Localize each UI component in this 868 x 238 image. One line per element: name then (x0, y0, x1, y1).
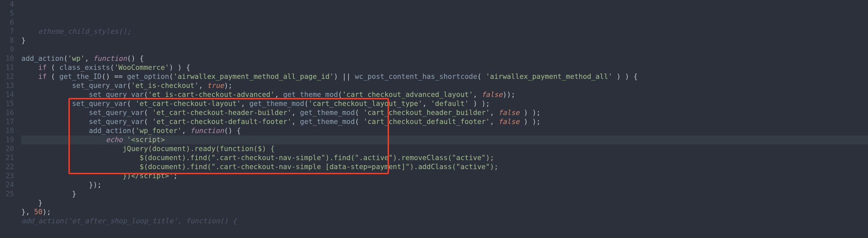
line-number: 4 (0, 0, 19, 9)
token: } (21, 36, 26, 45)
code-line[interactable]: } (21, 189, 868, 199)
token: ) ); (520, 118, 540, 126)
token: etheme_child_styles(); (21, 27, 131, 35)
token: set_query_var (72, 100, 127, 108)
token: , (422, 100, 431, 108)
token: , (473, 90, 482, 99)
code-line[interactable]: set_query_var( 'et_cart-checkout-default… (21, 117, 868, 126)
token (21, 127, 89, 135)
line-number: 15 (0, 99, 19, 108)
token: function (190, 127, 224, 135)
token: 'wp' (68, 54, 85, 62)
token: class_exists (59, 63, 110, 72)
token: , (85, 54, 93, 62)
token: $(document).find(".cart-checkout-nav-sim… (21, 163, 498, 171)
code-line[interactable]: add_action('wp_footer', function() { (21, 126, 868, 135)
code-line[interactable]: if ( class_exists('WooCommerce') ) { (21, 63, 868, 72)
token: ); (224, 82, 232, 89)
token: 'airwallex_payment_method_all' (486, 73, 612, 81)
token: 'cart_checkout_header_builder' (363, 109, 490, 117)
token: , (490, 109, 498, 117)
token: , (291, 118, 300, 126)
token: ( (477, 73, 486, 81)
token: { (186, 63, 190, 72)
line-number: 9 (0, 45, 19, 54)
token: == (114, 73, 123, 81)
code-line[interactable]: } (21, 36, 868, 45)
token: } (72, 190, 76, 198)
token (21, 90, 89, 99)
token: 'et_is-cart-checkout-advanced' (148, 90, 274, 99)
code-line[interactable]: add_action('wp', function() { (21, 54, 868, 63)
token: () (127, 54, 140, 62)
code-line[interactable]: $(document).find(".cart-checkout-nav-sim… (21, 153, 868, 162)
token: add_action (21, 54, 63, 62)
token (21, 109, 89, 117)
token: ( (144, 118, 152, 126)
token: , (241, 100, 249, 108)
token: () (224, 127, 237, 135)
token: ) ); (520, 109, 540, 117)
token: get_theme_mod (300, 118, 355, 126)
token: , (199, 82, 207, 89)
code-line[interactable]: set_query_var('et_is-checkout', true); (21, 81, 868, 90)
token (21, 100, 72, 108)
token: })</script>' (21, 172, 173, 180)
code-line[interactable]: })</script>'; (21, 171, 868, 181)
token: , (490, 118, 498, 126)
line-number: 23 (0, 171, 19, 181)
token: 50 (34, 208, 42, 216)
token: ( (47, 63, 59, 72)
token: ( (355, 118, 363, 126)
code-line[interactable]: set_query_var('et_is-cart-checkout-advan… (21, 90, 868, 99)
code-line[interactable]: echo '<script> (21, 135, 868, 144)
code-line[interactable] (21, 45, 868, 54)
token: get_the_ID (59, 73, 101, 81)
token (123, 73, 127, 81)
token (21, 181, 89, 189)
token: 'cart_checkout_layout_type' (308, 100, 422, 108)
code-line[interactable]: if ( get_the_ID() == get_option('airwall… (21, 72, 868, 81)
token: || (342, 73, 350, 81)
token: { (237, 127, 241, 135)
line-number: 8 (0, 36, 19, 45)
code-editor[interactable]: 45678910111213141516171819202122232425 e… (0, 0, 868, 238)
token: 'WooCommerce' (114, 63, 169, 72)
code-line[interactable]: }, 50); (21, 208, 868, 217)
token: add_action('et_after_shop_loop_title', f… (21, 217, 237, 225)
code-line[interactable]: add_action('et_after_shop_loop_title', f… (21, 217, 868, 226)
token (21, 118, 89, 126)
token: 'airwallex_payment_method_all_page_id' (173, 73, 334, 81)
line-number: 17 (0, 117, 19, 126)
token: 'default' (431, 100, 469, 108)
token: ; (173, 172, 178, 180)
token: false (498, 118, 520, 126)
code-line[interactable]: set_query_var( 'et_cart-checkout-layout'… (21, 99, 868, 108)
token: $(document).find(".cart-checkout-nav-sim… (21, 154, 494, 162)
token: jQuery(document).ready(function($) { (21, 145, 275, 153)
token: ) ); (469, 100, 490, 108)
token: get_theme_mod (249, 100, 304, 108)
token (21, 190, 72, 198)
code-line[interactable]: etheme_child_styles(); (21, 27, 868, 36)
line-number: 7 (0, 27, 19, 36)
code-line[interactable]: } (21, 199, 868, 208)
token: ) (334, 73, 342, 81)
line-number: 14 (0, 90, 19, 99)
token: false (498, 109, 520, 117)
line-number: 6 (0, 18, 19, 27)
token: set_query_var (89, 90, 144, 99)
code-line[interactable]: jQuery(document).ready(function($) { (21, 144, 868, 153)
code-area[interactable]: etheme_child_styles();}add_action('wp', … (19, 0, 868, 238)
token: } (38, 199, 43, 207)
token: { (140, 54, 144, 62)
code-line[interactable]: set_query_var( 'et_cart-checkout-header-… (21, 108, 868, 117)
line-number: 11 (0, 63, 19, 72)
code-line[interactable]: $(document).find(".cart-checkout-nav-sim… (21, 162, 868, 171)
token: 'et_cart-checkout-header-builder' (152, 109, 291, 117)
token: ( (131, 127, 135, 135)
code-line[interactable]: }); (21, 181, 868, 189)
token: )); (502, 90, 515, 99)
token: ) ) (169, 63, 186, 72)
token: ( (110, 63, 115, 72)
